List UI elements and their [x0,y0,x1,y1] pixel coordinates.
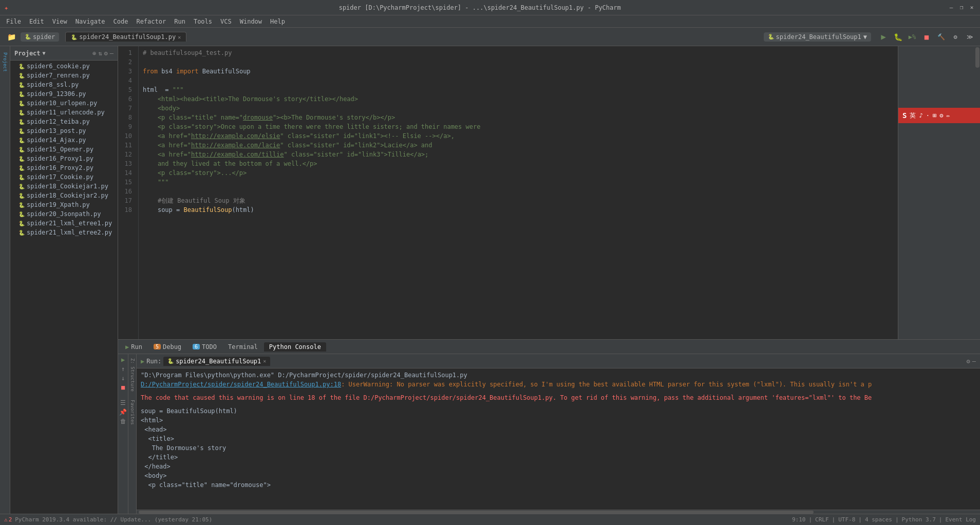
status-python-version[interactable]: Python 3.7 [902,516,936,523]
tab-debug[interactable]: 5 Debug [148,342,186,352]
toolbar: 📁 🐍 spider 🐍 spider24_BeautifulSoup1.py … [0,28,980,46]
stop-button[interactable]: ■ [920,31,933,43]
menu-navigate[interactable]: Navigate [71,17,109,26]
minimize-button[interactable]: — [947,4,955,12]
settings-run-icon[interactable]: ⚙ [949,31,962,43]
file-item[interactable]: 🐍spider14_Ajax.py [10,135,118,145]
run-hide-btn[interactable]: — [972,358,976,365]
tab-terminal[interactable]: Terminal [223,342,263,352]
status-error-icon[interactable]: ⚠ 2 [4,516,12,523]
menu-refactor[interactable]: Refactor [132,17,170,26]
project-collapse-btn[interactable]: ⇅ [98,50,102,57]
menu-run[interactable]: Run [170,17,190,26]
project-dropdown-icon[interactable]: ▼ [43,50,46,56]
run-horizontal-scrollbar[interactable] [137,510,980,514]
bottom-panel: ▶ Run 5 Debug 6 TODO Terminal Python Con… [118,339,980,514]
z-favorites-label[interactable]: Favorites [130,398,135,427]
file-item[interactable]: 🐍spider15_Opener.py [10,145,118,154]
file-item[interactable]: 🐍spider6_cookie.py [10,62,118,71]
run-trash-btn[interactable]: 🗑 [120,418,126,425]
run-warning-link[interactable]: D:/PycharmProject/spider/spider24_Beauti… [141,381,341,388]
run-coverage-button[interactable]: ▶% [906,31,918,43]
tab-python-console[interactable]: Python Console [264,342,326,352]
code-line-4 [143,76,894,85]
menu-help[interactable]: Help [266,17,289,26]
file-item[interactable]: 🐍spider21_lxml_etree1.py [10,219,118,228]
sogou-icon-1[interactable]: 英 [910,111,916,120]
run-scrollbar-thumb[interactable] [139,511,814,514]
sogou-icon-3[interactable]: · [926,112,930,119]
run-play-btn[interactable]: ▶ [121,356,125,363]
status-crlf[interactable]: CRLF [815,516,829,523]
sogou-icon-5[interactable]: ⚙ [939,112,943,119]
file-item[interactable]: 🐍spider13_post.py [10,126,118,135]
run-button[interactable]: ▶ [877,31,890,43]
code-line-8: <p class="title" name="dromouse"><b>The … [143,113,894,122]
file-item[interactable]: 🐍spider20_Jsonpath.py [10,209,118,219]
run-tab-label: Run [131,343,142,351]
run-config-selector[interactable]: 🐍 spider24_BeautifulSoup1 ▼ [764,32,871,42]
run-settings-btn[interactable]: ⚙ [967,358,970,365]
file-item[interactable]: 🐍spider16_Proxy1.py [10,154,118,163]
editor-scrollbar[interactable] [975,46,980,339]
scrollbar-thumb[interactable] [975,47,979,68]
more-icon[interactable]: ≫ [964,31,976,43]
status-pycharm-update: PyCharm 2019.3.4 available: // Update...… [15,516,212,523]
project-settings-btn[interactable]: ⚙ [104,50,108,57]
file-icon: 🐍 [18,73,25,79]
file-item[interactable]: 🐍spider11_urlencode.py [10,108,118,117]
close-button[interactable]: ✕ [968,4,976,12]
menu-code[interactable]: Code [109,17,133,26]
file-item[interactable]: 🐍spider9_12306.py [10,89,118,99]
file-item[interactable]: 🐍spider18_Cookiejar2.py [10,191,118,200]
tab-run[interactable]: ▶ Run [120,342,147,352]
run-close-icon[interactable]: ✕ [263,358,266,364]
status-line-col[interactable]: 9:10 [792,516,806,523]
sidebar-project-icon[interactable]: Project [3,50,8,74]
file-item[interactable]: 🐍spider21_lxml_etree2.py [10,228,118,237]
menu-window[interactable]: Window [236,17,266,26]
sogou-bar[interactable]: S 英 ♪ · ⊞ ⚙ ✏ [898,108,980,123]
build-button[interactable]: 🔨 [935,31,947,43]
code-content[interactable]: # beautifulsoup4_test.py from bs4 import… [139,46,898,339]
debug-button[interactable]: 🐛 [892,31,904,43]
run-stop-btn[interactable]: ■ [121,384,125,391]
run-up-btn[interactable]: ↑ [121,365,125,373]
project-hide-btn[interactable]: — [110,50,114,57]
menu-file[interactable]: File [2,17,25,26]
file-tab-active[interactable]: 🐍 spider24_BeautifulSoup1.py ✕ [65,32,186,42]
sogou-icon-6[interactable]: ✏ [946,112,950,119]
project-add-btn[interactable]: ⊕ [92,50,96,57]
code-editor[interactable]: 1 2 3 4 5 6 7 8 9 10 11 12 13 14 15 16 1… [118,46,980,339]
run-cmd-line: "D:\Program Files\python\python.exe" D:/… [141,371,976,380]
run-list-btn[interactable]: ☰ [120,399,126,406]
run-active-tab[interactable]: 🐍 spider24_BeautifulSoup1 ✕ [163,357,270,366]
file-item[interactable]: 🐍spider12_teiba.py [10,117,118,126]
status-spaces[interactable]: 4 spaces [865,516,892,523]
run-config-dropdown-icon[interactable]: ▼ [863,33,867,41]
file-item[interactable]: 🐍spider7_renren.py [10,71,118,80]
file-item[interactable]: 🐍spider10_urlopen.py [10,99,118,108]
status-event-log[interactable]: Event Log [945,516,976,523]
file-icon: 🐍 [18,119,25,125]
menu-edit[interactable]: Edit [25,17,48,26]
run-down-btn[interactable]: ↓ [121,375,125,382]
status-encoding[interactable]: UTF-8 [838,516,855,523]
sogou-icon-4[interactable]: ⊞ [933,112,936,119]
file-item[interactable]: 🐍spider16_Proxy2.py [10,163,118,172]
file-tab-close[interactable]: ✕ [178,34,181,40]
terminal-tab-label: Terminal [228,343,258,351]
file-item[interactable]: 🐍spider8_ssl.py [10,80,118,89]
menu-tools[interactable]: Tools [190,17,216,26]
z-structure-label[interactable]: Z: Structure [130,356,135,394]
project-tag[interactable]: 🐍 spider [21,32,59,42]
file-item[interactable]: 🐍spider18_Cookiejar1.py [10,182,118,191]
run-pin-btn[interactable]: 📌 [119,409,127,416]
maximize-button[interactable]: ❐ [957,4,966,12]
menu-vcs[interactable]: VCS [216,17,236,26]
menu-view[interactable]: View [48,17,71,26]
file-item[interactable]: 🐍spider17_Cookie.py [10,172,118,182]
tab-todo[interactable]: 6 TODO [187,342,222,352]
file-item[interactable]: 🐍spider19_Xpath.py [10,200,118,209]
sogou-icon-2[interactable]: ♪ [919,112,922,119]
